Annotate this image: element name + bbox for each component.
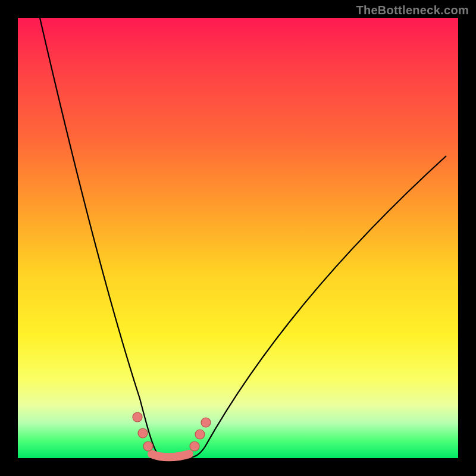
bottleneck-curve bbox=[18, 18, 458, 458]
bead-right-1 bbox=[190, 441, 199, 451]
bead-right-3 bbox=[201, 418, 211, 427]
bead-left-3 bbox=[143, 441, 153, 451]
plot-area bbox=[18, 18, 458, 458]
bead-left-2 bbox=[138, 428, 148, 438]
curve-path bbox=[40, 18, 446, 458]
watermark-text: TheBottleneck.com bbox=[356, 4, 469, 17]
bead-right-2 bbox=[195, 430, 205, 439]
valley-highlight bbox=[152, 454, 189, 457]
bead-left-1 bbox=[133, 412, 142, 422]
chart-container: TheBottleneck.com bbox=[0, 0, 476, 476]
